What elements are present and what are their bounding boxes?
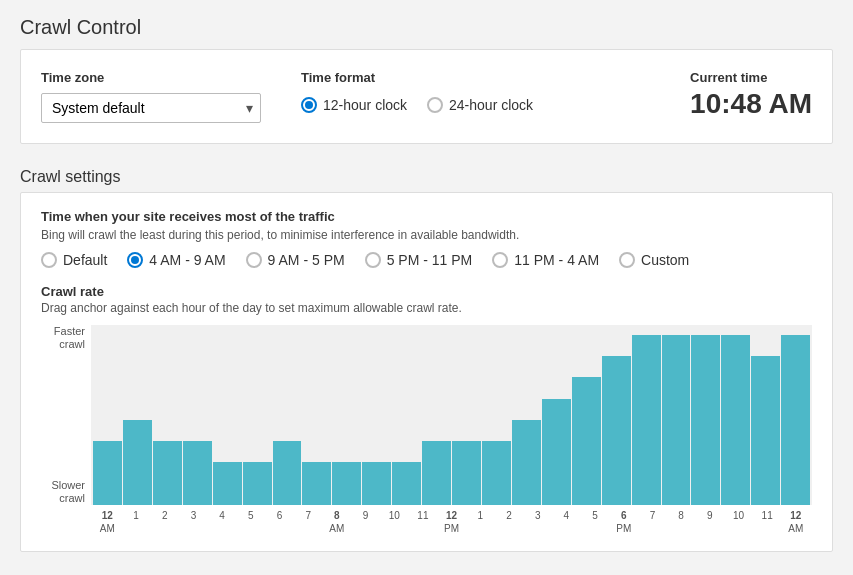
chart-x-label: 1 [466, 509, 495, 535]
radio-9am-5pm-label: 9 AM - 5 PM [268, 252, 345, 268]
chart-bar [392, 462, 421, 505]
radio-custom-label: Custom [641, 252, 689, 268]
chart-x-label: 5 [236, 509, 265, 535]
time-format-radio-group: 12-hour clock 24-hour clock [301, 97, 533, 113]
radio-default[interactable] [41, 252, 57, 268]
chart-x-label: 9 [695, 509, 724, 535]
current-time-label: Current time [690, 70, 812, 85]
chart-area: 12AM12345678AM9101112PM123456PM789101112… [91, 325, 812, 535]
chart-bar-col[interactable] [123, 325, 152, 505]
chart-bar-col[interactable] [183, 325, 212, 505]
radio-9am-5pm[interactable] [246, 252, 262, 268]
chart-x-label: 10 [724, 509, 753, 535]
radio-custom[interactable] [619, 252, 635, 268]
chart-bar [632, 335, 661, 505]
chart-bar-col[interactable] [572, 325, 601, 505]
traffic-option-default[interactable]: Default [41, 252, 107, 268]
time-format-label: Time format [301, 70, 533, 85]
chart-x-label: 7 [294, 509, 323, 535]
chart-bar-col[interactable] [632, 325, 661, 505]
chart-bar-col[interactable] [243, 325, 272, 505]
chart-x-label: 6 [265, 509, 294, 535]
chart-bar [153, 441, 182, 505]
chart-bar-col[interactable] [213, 325, 242, 505]
radio-5pm-11pm-label: 5 PM - 11 PM [387, 252, 473, 268]
radio-default-label: Default [63, 252, 107, 268]
timezone-label: Time zone [41, 70, 261, 85]
y-label-faster: Fastercrawl [41, 325, 85, 351]
crawl-settings-title: Crawl settings [0, 160, 853, 192]
24-hour-radio[interactable] [427, 97, 443, 113]
chart-bar-col[interactable] [332, 325, 361, 505]
chart-x-label: 9 [351, 509, 380, 535]
chart-x-label: 4 [552, 509, 581, 535]
crawl-rate-title: Crawl rate [41, 284, 812, 299]
chart-bar [572, 377, 601, 505]
chart-bar [662, 335, 691, 505]
chart-x-label: 3 [523, 509, 552, 535]
chart-bar-col[interactable] [662, 325, 691, 505]
traffic-option-5pm-11pm[interactable]: 5 PM - 11 PM [365, 252, 473, 268]
chart-bar-col[interactable] [153, 325, 182, 505]
chart-bar-col[interactable] [422, 325, 451, 505]
traffic-option-11pm-4am[interactable]: 11 PM - 4 AM [492, 252, 599, 268]
chart-bar [93, 441, 122, 505]
chart-x-label: 1 [122, 509, 151, 535]
chart-bar [302, 462, 331, 505]
crawl-rate-description: Drag anchor against each hour of the day… [41, 301, 812, 315]
timezone-section: Time zone System default UTC GMT [41, 70, 261, 123]
traffic-option-9am-5pm[interactable]: 9 AM - 5 PM [246, 252, 345, 268]
current-time-value: 10:48 AM [690, 89, 812, 120]
chart-bar [123, 420, 152, 505]
traffic-option-4am-9am[interactable]: 4 AM - 9 AM [127, 252, 225, 268]
traffic-radio-group: Default 4 AM - 9 AM 9 AM - 5 PM 5 PM - 1… [41, 252, 812, 268]
chart-x-label: 2 [150, 509, 179, 535]
chart-bar-col[interactable] [362, 325, 391, 505]
chart-x-label: 7 [638, 509, 667, 535]
chart-bar-col[interactable] [602, 325, 631, 505]
traffic-option-custom[interactable]: Custom [619, 252, 689, 268]
crawl-rate-chart: Fastercrawl Slowercrawl 12AM12345678AM91… [41, 325, 812, 535]
chart-bar-col[interactable] [93, 325, 122, 505]
timezone-select-wrapper[interactable]: System default UTC GMT [41, 93, 261, 123]
chart-bar-col[interactable] [691, 325, 720, 505]
chart-x-label: 12PM [437, 509, 466, 535]
chart-bar-col[interactable] [542, 325, 571, 505]
12-hour-label: 12-hour clock [323, 97, 407, 113]
y-label-slower: Slowercrawl [41, 479, 85, 505]
chart-bar [751, 356, 780, 505]
chart-x-label: 11 [409, 509, 438, 535]
chart-bar-col[interactable] [273, 325, 302, 505]
12-hour-radio[interactable] [301, 97, 317, 113]
radio-4am-9am[interactable] [127, 252, 143, 268]
radio-11pm-4am[interactable] [492, 252, 508, 268]
chart-x-label: 11 [753, 509, 782, 535]
chart-x-label: 3 [179, 509, 208, 535]
chart-x-label: 10 [380, 509, 409, 535]
chart-bar-col[interactable] [751, 325, 780, 505]
timezone-select[interactable]: System default UTC GMT [41, 93, 261, 123]
current-time-section: Current time 10:48 AM [690, 70, 812, 120]
chart-bar [691, 335, 720, 505]
radio-5pm-11pm[interactable] [365, 252, 381, 268]
24-hour-option[interactable]: 24-hour clock [427, 97, 533, 113]
chart-bar [542, 399, 571, 505]
chart-bar-col[interactable] [452, 325, 481, 505]
radio-11pm-4am-label: 11 PM - 4 AM [514, 252, 599, 268]
chart-bar [362, 462, 391, 505]
chart-bar-col[interactable] [781, 325, 810, 505]
chart-bar [781, 335, 810, 505]
chart-bar-col[interactable] [721, 325, 750, 505]
chart-bar-col[interactable] [392, 325, 421, 505]
time-format-section: Time format 12-hour clock 24-hour clock [301, 70, 533, 113]
chart-x-label: 8AM [323, 509, 352, 535]
time-settings-card: Time zone System default UTC GMT Time fo… [20, 49, 833, 144]
chart-bar-col[interactable] [512, 325, 541, 505]
page-title: Crawl Control [0, 0, 853, 49]
chart-bar-col[interactable] [302, 325, 331, 505]
crawl-settings-card: Time when your site receives most of the… [20, 192, 833, 552]
12-hour-option[interactable]: 12-hour clock [301, 97, 407, 113]
chart-x-labels: 12AM12345678AM9101112PM123456PM789101112… [91, 505, 812, 535]
chart-bar [273, 441, 302, 505]
chart-bar-col[interactable] [482, 325, 511, 505]
